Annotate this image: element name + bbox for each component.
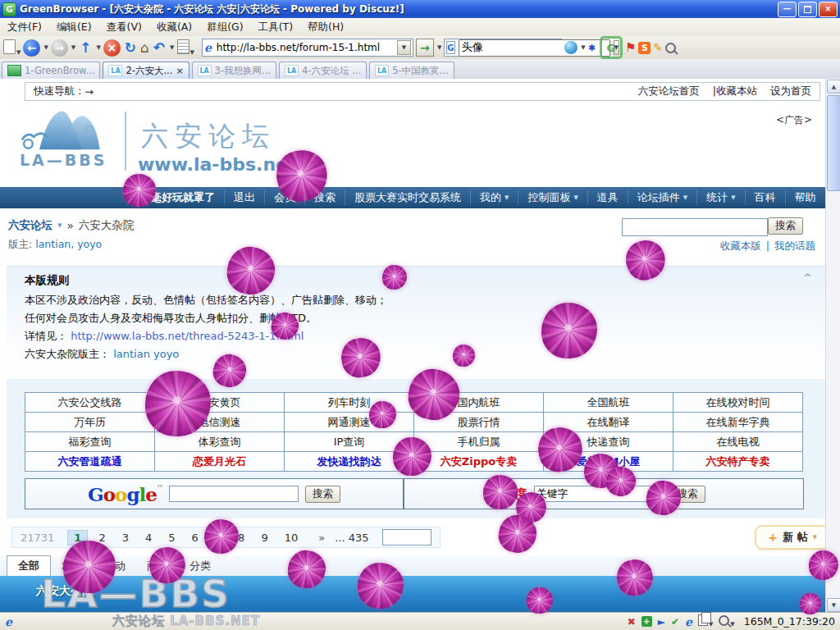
zoom-button[interactable]: ▼ [719,615,734,628]
quick-nav-link[interactable]: 六安论坛首页 [638,84,700,98]
quick-link-cell[interactable]: 在线校对时间 [673,393,803,413]
rules-mod-link[interactable]: lantian yoyo [113,348,179,360]
minimize-button[interactable]: — [778,2,797,17]
breadcrumb-root-link[interactable]: 六安论坛 [8,218,52,233]
back-button[interactable]: ← [23,39,40,57]
home-button[interactable]: ⌂ [140,39,149,56]
forum-nav-item[interactable]: 道具 [587,190,628,205]
check-shield-icon[interactable]: ✔ [671,617,679,627]
scrollbar-thumb[interactable] [827,95,840,191]
menu-item[interactable]: 编辑(E) [49,21,99,34]
up-button[interactable]: ↑ [78,39,93,56]
baidu-search-button[interactable]: 搜索 [670,486,705,503]
chevron-down-icon[interactable]: ▼ [581,44,585,51]
quick-link-cell[interactable]: 在线新华字典 [673,413,803,432]
quick-link-cell[interactable]: 福彩查询 [25,432,155,452]
add-page-icon[interactable]: + [641,616,652,627]
menu-item[interactable]: 文件(F) [0,21,49,34]
find-icon[interactable] [665,43,676,53]
browser-tab[interactable]: LA 3-我想换网... [192,62,276,79]
quick-link-cell[interactable]: 爱美MM小屋 [544,452,673,472]
close-button[interactable]: × [819,2,838,17]
browser-tab[interactable]: 1-GreenBrow... [2,62,100,79]
forum-nav-item[interactable]: 帮助 [785,190,825,205]
page-number[interactable]: 7 [209,531,227,545]
forum-nav-item[interactable]: 百科 [745,190,785,205]
menu-item[interactable]: 查看(V) [99,21,149,34]
forum-nav-item[interactable]: 我的 ▼ [470,190,518,205]
quick-link-cell[interactable]: 在线电视 [673,432,803,452]
chevron-down-icon[interactable]: ▼ [16,49,21,56]
collapse-icon[interactable]: ^ [803,272,812,284]
pages-button[interactable]: ▼ [698,614,713,628]
forum-search-input[interactable] [622,218,768,236]
quick-link-cell[interactable]: IP查询 [285,432,414,452]
page-number[interactable]: 5 [162,531,180,545]
forum-nav-item[interactable]: 会员 [264,190,304,205]
quick-link-cell[interactable]: 六安Zippo专卖 [414,452,544,472]
undo-button[interactable]: ↶ [152,39,167,56]
restore-button[interactable] [798,2,817,17]
close-icon[interactable]: × [176,66,183,76]
browser-tab[interactable]: LA 2-六安大... × [103,62,189,79]
page-number[interactable]: 8 [232,531,250,545]
sogou-icon[interactable]: S [638,42,651,54]
google-search-button[interactable]: 搜索 [305,486,340,503]
quick-link-cell[interactable]: 恋爱月光石 [155,452,285,472]
chevron-down-icon[interactable]: ▼ [57,222,62,229]
quick-nav-link[interactable]: |收藏本站 [713,84,757,98]
address-input[interactable] [215,41,394,54]
page-number[interactable]: 10 [279,531,304,545]
rules-detail-link[interactable]: http://www.la-bbs.net/thread-5243-1-1.ht… [71,330,304,342]
last-page-link[interactable]: ... 435 [335,532,368,544]
quick-link-cell[interactable]: 手机归属 [414,432,544,452]
address-dropdown-button[interactable]: ▼ [397,40,411,55]
forum-nav-item[interactable]: 退出 [224,190,264,205]
quick-link-cell[interactable]: 六安黄页 [155,393,285,413]
arrow-right-icon[interactable]: → [85,85,94,98]
stop-button[interactable]: × [103,39,121,57]
vertical-scrollbar[interactable]: ▲ ▼ [825,79,840,613]
quick-nav-link[interactable]: 设为首页 [770,84,811,98]
chevron-down-icon[interactable]: ▼ [437,44,441,51]
address-bar[interactable]: e ▼ [202,39,413,57]
quick-link-cell[interactable]: 国内航班 [414,393,544,413]
quick-link-cell[interactable]: 网通测速 [285,413,414,432]
plugin-paw-icon[interactable]: ✱ [588,43,596,53]
forward-button[interactable]: → [51,39,68,57]
new-page-button[interactable]: ▼ [3,39,21,57]
page-jump-input[interactable] [382,529,431,546]
moderator-link[interactable]: lantian, yoyo [35,238,102,250]
scroll-up-button[interactable]: ▲ [827,80,840,94]
forum-search-button[interactable]: 搜索 [768,217,803,235]
next-page-link[interactable]: » [318,532,325,544]
google-search-input[interactable] [169,486,299,502]
forum-nav-item[interactable]: 统计 ▼ [696,190,744,205]
browser-tab[interactable]: LA 5-中国救寞... [369,62,454,79]
quick-link-cell[interactable]: 六安公交线路 [25,393,155,413]
search-box[interactable]: G ▼ [444,39,562,57]
go-button[interactable]: → [416,39,434,57]
forum-nav-item[interactable]: 控制面板 ▼ [518,190,587,205]
menu-item[interactable]: 群组(G) [199,21,250,34]
quick-link-cell[interactable]: 全国航班 [544,393,673,413]
scroll-down-button[interactable]: ▼ [827,598,840,612]
refresh-button[interactable]: ↻ [123,39,138,56]
quick-link-cell[interactable]: 在线翻译 [544,413,673,432]
flag-icon[interactable]: ⚑ [625,40,636,55]
quick-link-cell[interactable]: 快递查询 [544,432,673,452]
quick-link-cell[interactable]: 股票行情 [414,413,544,432]
quick-link-cell[interactable]: 体彩查询 [155,432,285,452]
my-topics-link[interactable]: 我的话题 [774,240,815,253]
new-post-button[interactable]: + 新 帖 ▼ [755,525,830,550]
forum-nav-item[interactable]: 搜索 [304,190,345,205]
favorite-board-link[interactable]: 收藏本版 [720,240,761,253]
page-number[interactable]: 2 [93,531,111,545]
forum-nav-item[interactable]: 有毫好玩就罩了 [131,190,224,205]
quick-link-cell[interactable]: 电信测速 [155,413,285,432]
highlight-pen-icon[interactable]: ✎ [653,41,663,54]
page-number[interactable]: 1 [67,530,88,546]
baidu-search-input[interactable] [534,486,664,502]
chevron-down-icon[interactable]: ▼ [71,44,75,51]
quick-link-cell[interactable]: 六安特产专卖 [673,452,803,472]
